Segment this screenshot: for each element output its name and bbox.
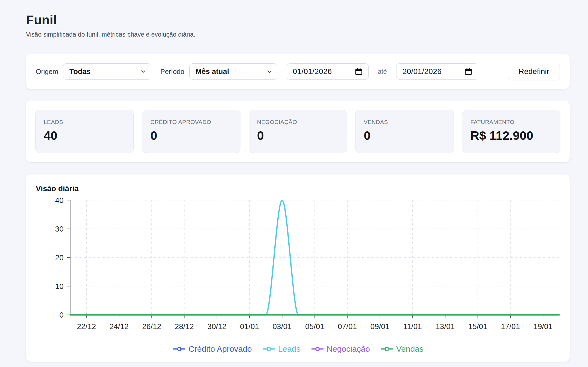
date-to-value: 20/01/2026 (402, 67, 442, 76)
svg-text:22/12: 22/12 (77, 322, 96, 331)
kpi-card-faturamento: FATURAMENTOR$ 112.900 (462, 110, 560, 153)
date-from-field[interactable]: 01/01/2026 (287, 63, 369, 80)
kpi-card-vendas: VENDAS0 (355, 110, 454, 153)
svg-text:24/12: 24/12 (110, 322, 129, 331)
daily-chart-svg: 22/1224/1226/1228/1230/1201/0103/0105/01… (35, 196, 561, 343)
origem-select[interactable]: Todas (63, 63, 151, 80)
svg-text:09/01: 09/01 (371, 322, 390, 331)
ate-label: até (378, 68, 387, 75)
legend-item-cr-dito-aprovado[interactable]: Crédito Aprovado (173, 344, 252, 354)
kpi-label: CRÉDITO APROVADO (150, 119, 232, 125)
legend-item-vendas[interactable]: Vendas (381, 344, 424, 354)
chart-card: Visão diária 22/1224/1226/1228/1230/1201… (26, 174, 570, 362)
svg-text:05/01: 05/01 (305, 322, 324, 331)
legend-label: Leads (278, 344, 301, 354)
page-title: Funil (26, 12, 570, 27)
svg-text:07/01: 07/01 (338, 322, 357, 331)
svg-text:03/01: 03/01 (273, 322, 292, 331)
kpi-label: FATURAMENTO (471, 119, 552, 125)
svg-text:26/12: 26/12 (142, 322, 161, 331)
svg-text:13/01: 13/01 (436, 322, 455, 331)
page-container: Funil Visão simplificada do funil, métri… (26, 0, 570, 367)
svg-text:15/01: 15/01 (468, 322, 487, 331)
svg-text:0: 0 (59, 311, 64, 319)
kpi-value: 0 (150, 129, 232, 143)
calendar-icon[interactable] (464, 67, 472, 76)
kpi-row: LEADS40CRÉDITO APROVADO0NEGOCIAÇÃO0VENDA… (35, 110, 560, 153)
legend-marker-icon (263, 346, 275, 352)
svg-text:19/01: 19/01 (533, 322, 552, 331)
origem-label: Origem (36, 68, 58, 76)
kpi-value: 0 (364, 129, 445, 143)
chart-title: Visão diária (36, 184, 561, 193)
origem-select-wrap: Todas (63, 63, 151, 80)
kpi-value: 40 (44, 129, 125, 143)
filter-card: Origem Todas Período Mês atual (26, 54, 570, 89)
origem-filter-group: Origem Todas (36, 63, 151, 80)
legend-item-negocia-o[interactable]: Negociação (311, 344, 370, 354)
legend-marker-icon (311, 346, 324, 352)
periodo-filter-group: Período Mês atual (160, 63, 277, 80)
kpi-card-negociacao: NEGOCIAÇÃO0 (249, 110, 347, 153)
legend-label: Negociação (327, 344, 370, 354)
svg-text:40: 40 (55, 196, 64, 205)
periodo-select[interactable]: Mês atual (189, 63, 277, 80)
svg-text:10: 10 (55, 282, 64, 291)
legend-marker-icon (381, 346, 393, 352)
svg-text:28/12: 28/12 (175, 322, 194, 331)
periodo-select-wrap: Mês atual (189, 63, 277, 80)
kpi-value: 0 (257, 129, 339, 143)
svg-text:30/12: 30/12 (207, 322, 227, 331)
kpi-card-credito-aprovado: CRÉDITO APROVADO0 (142, 110, 240, 153)
legend-label: Vendas (396, 344, 424, 354)
kpi-label: LEADS (44, 119, 125, 125)
svg-text:11/01: 11/01 (403, 322, 422, 331)
svg-text:01/01: 01/01 (240, 322, 259, 331)
kpi-label: VENDAS (364, 119, 445, 125)
redefinir-button[interactable]: Redefinir (508, 63, 560, 80)
kpi-value: R$ 112.900 (471, 129, 552, 143)
calendar-icon[interactable] (355, 67, 363, 76)
legend-label: Crédito Aprovado (189, 344, 252, 354)
kpi-label: NEGOCIAÇÃO (257, 119, 339, 125)
kpi-card-leads: LEADS40 (35, 110, 134, 153)
svg-text:17/01: 17/01 (501, 322, 520, 331)
legend-marker-icon (173, 346, 185, 352)
date-to-field[interactable]: 20/01/2026 (396, 63, 478, 80)
kpi-section: LEADS40CRÉDITO APROVADO0NEGOCIAÇÃO0VENDA… (26, 100, 570, 162)
periodo-label: Período (160, 68, 184, 76)
svg-text:20: 20 (55, 253, 64, 262)
date-from-value: 01/01/2026 (293, 67, 332, 76)
legend-item-leads[interactable]: Leads (263, 344, 301, 354)
page-subtitle: Visão simplificada do funil, métricas-ch… (26, 31, 570, 38)
svg-text:30: 30 (55, 225, 64, 233)
chart-legend: Crédito AprovadoLeadsNegociaçãoVendas (35, 344, 561, 355)
